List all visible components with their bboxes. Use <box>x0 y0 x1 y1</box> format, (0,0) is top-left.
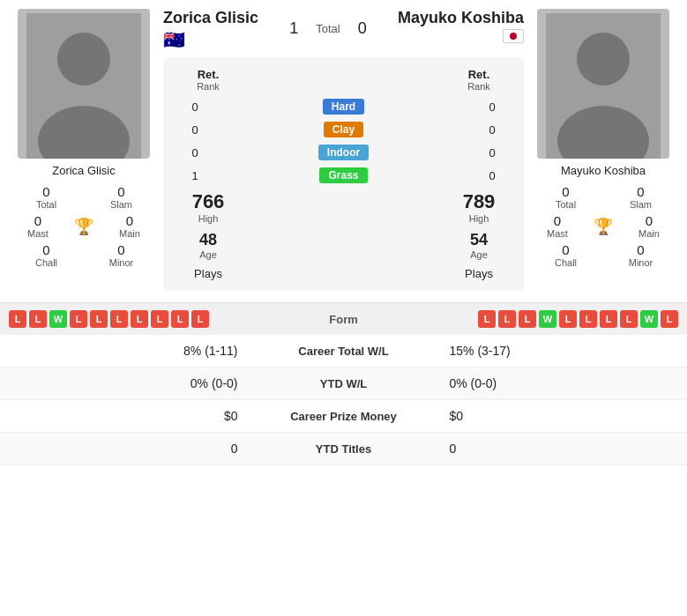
left-minor-label: Minor <box>109 257 134 268</box>
surface-left-1: 0 <box>177 123 213 137</box>
surface-badge-0: Hard <box>323 99 364 115</box>
surface-right-0: 0 <box>474 100 510 114</box>
left-plays-label: Plays <box>194 267 222 280</box>
form-badge-4: L <box>559 310 577 328</box>
right-mast-val: 0 <box>554 213 561 228</box>
right-form-badges: LLLWLLLLWL <box>459 310 678 328</box>
left-total-val: 0 <box>42 184 49 199</box>
form-badge-7: L <box>620 310 638 328</box>
middle-section: Zorica Glisic 🇦🇺 1 Total 0 Mayuko Koshib… <box>159 9 528 298</box>
right-rank-label: Rank <box>467 81 490 92</box>
data-row-0: 8% (1-11) Career Total W/L 15% (3-17) <box>0 335 687 367</box>
data-label-3: YTD Titles <box>256 442 432 456</box>
left-total-label: Total <box>36 199 56 210</box>
form-label: Form <box>235 313 453 326</box>
right-plays: Plays <box>448 267 510 280</box>
left-total-score: 1 <box>289 19 298 38</box>
left-main-val: 0 <box>126 213 133 228</box>
surface-row-0: 0 Hard 0 <box>163 95 524 118</box>
data-right-3: 0 <box>432 442 670 456</box>
right-player-card: Mayuko Koshiba 0 Total 0 Slam 0 Mast <box>528 9 678 298</box>
data-left-3: 0 <box>18 442 256 456</box>
left-rank-label: Rank <box>197 81 220 92</box>
right-total-score: 0 <box>358 19 367 38</box>
right-plays-label: Plays <box>465 267 493 280</box>
data-row-3: 0 YTD Titles 0 <box>0 433 687 465</box>
right-trophy-icon: 🏆 <box>594 217 613 236</box>
data-row-2: $0 Career Prize Money $0 <box>0 400 687 433</box>
left-high-label: High <box>198 213 219 224</box>
right-high-label: High <box>469 213 489 224</box>
right-age-block: 54 Age <box>448 231 510 260</box>
surface-badge-3: Grass <box>319 167 367 183</box>
right-player-avatar <box>537 9 669 159</box>
right-slam-label: Slam <box>630 199 652 210</box>
surface-right-3: 0 <box>474 169 510 182</box>
left-rank-block: Ret. Rank <box>177 68 239 92</box>
form-badge-5: L <box>579 310 597 328</box>
right-total-label: Total <box>556 199 576 210</box>
data-row-1: 0% (0-0) YTD W/L 0% (0-0) <box>0 367 687 400</box>
form-badge-6: L <box>600 310 617 328</box>
right-player-name: Mayuko Koshiba <box>561 164 646 177</box>
left-mast-val: 0 <box>34 213 41 228</box>
form-badge-9: L <box>191 310 209 328</box>
data-left-1: 0% (0-0) <box>18 376 256 390</box>
right-slam-val: 0 <box>637 184 644 199</box>
plays-row: Plays Plays <box>163 263 524 284</box>
right-chall-label: Chall <box>555 257 577 268</box>
right-main-val: 0 <box>646 213 653 228</box>
form-badge-3: L <box>70 310 87 328</box>
data-right-1: 0% (0-0) <box>432 376 670 390</box>
surface-left-0: 0 <box>177 100 213 114</box>
player-names-row: Zorica Glisic 🇦🇺 1 Total 0 Mayuko Koshib… <box>163 9 524 57</box>
surface-rows: 0 Hard 0 0 Clay 0 0 Indoor 0 1 Grass 0 <box>163 95 524 187</box>
left-rank-val: Ret. <box>198 68 220 81</box>
left-chall-val: 0 <box>42 242 49 257</box>
form-badge-1: L <box>29 310 47 328</box>
left-trophy-icon: 🏆 <box>74 217 93 236</box>
data-label-0: Career Total W/L <box>256 345 432 358</box>
right-minor-val: 0 <box>637 242 644 257</box>
left-header-name: Zorica Glisic <box>163 9 258 27</box>
form-badge-2: W <box>49 310 67 328</box>
right-mast-label: Mast <box>547 228 568 239</box>
right-player-header: Mayuko Koshiba <box>398 9 524 43</box>
right-chall-val: 0 <box>562 242 569 257</box>
surface-badge-1: Clay <box>324 122 363 137</box>
svg-point-1 <box>57 33 110 85</box>
data-right-2: $0 <box>432 409 670 423</box>
left-main-label: Main <box>119 228 140 239</box>
form-badge-0: L <box>9 310 26 328</box>
form-section: LLWLLLLLLL Form LLLWLLLLWL <box>0 302 687 335</box>
form-badge-3: W <box>539 310 556 328</box>
left-high-val: 766 <box>192 190 225 213</box>
data-rows: 8% (1-11) Career Total W/L 15% (3-17) 0%… <box>0 335 687 465</box>
surface-left-2: 0 <box>177 146 213 160</box>
form-badge-1: L <box>498 310 516 328</box>
left-age-label: Age <box>199 249 217 260</box>
data-label-1: YTD W/L <box>256 377 432 390</box>
stats-grid: Ret. Rank Ret. Rank 0 Hard 0 0 <box>163 57 524 291</box>
surface-badge-2: Indoor <box>318 145 369 160</box>
form-badge-9: L <box>661 310 678 328</box>
left-plays: Plays <box>177 267 239 280</box>
left-age-block: 48 Age <box>177 231 239 260</box>
rank-row: Ret. Rank Ret. Rank <box>163 64 524 95</box>
left-chall-label: Chall <box>35 257 57 268</box>
form-badge-4: L <box>90 310 108 328</box>
left-age-val: 48 <box>199 231 217 249</box>
data-left-0: 8% (1-11) <box>18 344 256 358</box>
right-rank-block: Ret. Rank <box>448 68 510 92</box>
surface-row-1: 0 Clay 0 <box>163 118 524 141</box>
right-total-val: 0 <box>562 184 569 199</box>
right-age-label: Age <box>470 249 488 260</box>
form-badge-6: L <box>131 310 148 328</box>
surface-right-2: 0 <box>474 146 510 160</box>
form-badge-8: L <box>171 310 189 328</box>
right-flag <box>503 29 524 43</box>
total-label: Total <box>316 22 340 35</box>
left-minor-val: 0 <box>117 242 124 257</box>
left-flag: 🇦🇺 <box>163 29 185 50</box>
age-row: 48 Age 54 Age <box>163 227 524 263</box>
